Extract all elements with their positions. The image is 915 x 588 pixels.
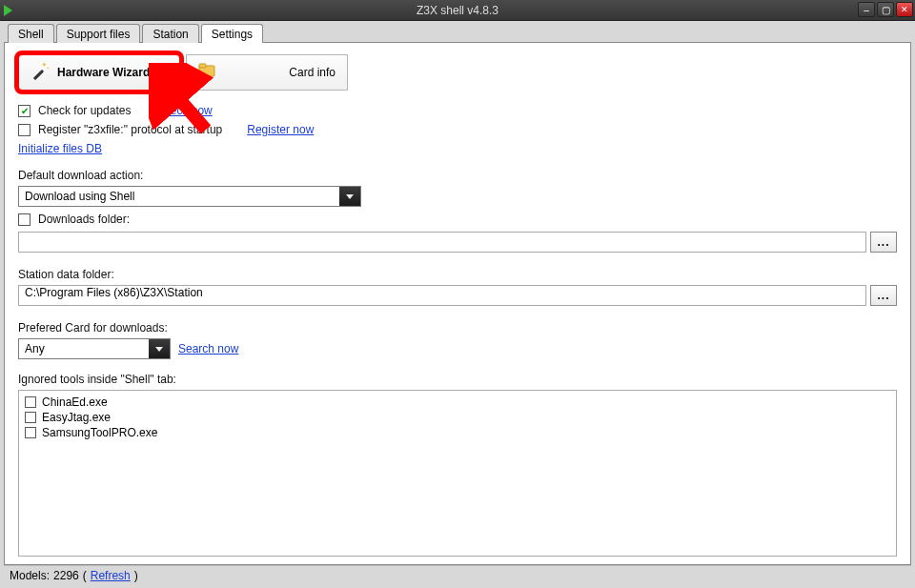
tab-settings[interactable]: Settings bbox=[201, 24, 263, 43]
status-close-paren: ) bbox=[134, 569, 138, 582]
settings-panel: Hardware Wizard Card info ✔ Check for up… bbox=[4, 42, 911, 565]
svg-marker-0 bbox=[42, 62, 47, 67]
check-updates-checkbox[interactable]: ✔ bbox=[18, 105, 30, 117]
station-folder-browse-button[interactable]: ... bbox=[870, 285, 897, 306]
check-updates-label: Check for updates bbox=[38, 104, 131, 117]
list-item[interactable]: SamsungToolPRO.exe bbox=[25, 425, 890, 440]
register-now-link[interactable]: Register now bbox=[247, 123, 314, 136]
tab-station[interactable]: Station bbox=[142, 24, 198, 43]
chevron-down-icon bbox=[149, 339, 170, 358]
card-info-button[interactable]: Card info bbox=[186, 54, 348, 91]
chevron-down-icon bbox=[339, 187, 360, 206]
default-download-label: Default download action: bbox=[18, 169, 897, 182]
list-item-checkbox[interactable] bbox=[25, 396, 36, 408]
check-now-link[interactable]: Check now bbox=[155, 104, 212, 117]
list-item-checkbox[interactable] bbox=[25, 412, 36, 423]
tab-support-files[interactable]: Support files bbox=[56, 24, 141, 43]
search-now-link[interactable]: Search now bbox=[178, 342, 238, 355]
list-item-label: EasyJtag.exe bbox=[42, 411, 111, 424]
station-folder-label: Station data folder: bbox=[18, 268, 897, 281]
list-item-checkbox[interactable] bbox=[25, 427, 36, 438]
initialize-db-link[interactable]: Initialize files DB bbox=[18, 142, 102, 155]
window-minimize-button[interactable] bbox=[858, 2, 875, 17]
app-play-icon bbox=[4, 5, 12, 16]
station-folder-input[interactable]: C:\Program Files (x86)\Z3X\Station bbox=[18, 285, 866, 306]
list-item[interactable]: EasyJtag.exe bbox=[25, 410, 890, 425]
downloads-folder-label: Downloads folder: bbox=[38, 213, 130, 226]
card-folder-icon bbox=[198, 62, 217, 84]
downloads-folder-browse-button[interactable]: ... bbox=[870, 232, 897, 253]
register-protocol-label: Register "z3xfile:" protocol at startup bbox=[38, 123, 222, 136]
svg-marker-1 bbox=[47, 67, 50, 70]
refresh-link[interactable]: Refresh bbox=[91, 569, 131, 582]
window-maximize-button[interactable] bbox=[877, 2, 894, 17]
hardware-wizard-button[interactable]: Hardware Wizard bbox=[18, 54, 180, 91]
list-item-label: SamsungToolPRO.exe bbox=[42, 426, 157, 439]
svg-rect-4 bbox=[199, 64, 206, 68]
list-item-label: ChinaEd.exe bbox=[42, 395, 108, 409]
ignored-tools-label: Ignored tools inside "Shell" tab: bbox=[18, 373, 897, 386]
window-close-button[interactable] bbox=[896, 2, 913, 17]
tab-shell[interactable]: Shell bbox=[8, 24, 54, 43]
main-tabstrip: Shell Support files Station Settings bbox=[4, 21, 911, 42]
magic-wand-icon bbox=[30, 61, 50, 85]
preferred-card-select[interactable]: Any bbox=[18, 338, 171, 359]
hardware-wizard-label: Hardware Wizard bbox=[57, 66, 150, 79]
status-models-count: 2296 bbox=[53, 569, 79, 582]
downloads-folder-checkbox[interactable] bbox=[18, 213, 30, 226]
svg-rect-2 bbox=[33, 69, 44, 79]
list-item[interactable]: ChinaEd.exe bbox=[25, 395, 890, 410]
status-open-paren: ( bbox=[83, 569, 87, 582]
status-models-prefix: Models: bbox=[10, 569, 50, 582]
preferred-card-label: Prefered Card for downloads: bbox=[18, 321, 897, 335]
default-download-select[interactable]: Download using Shell bbox=[18, 186, 361, 207]
card-info-label: Card info bbox=[289, 66, 336, 79]
window-title: Z3X shell v4.8.3 bbox=[417, 4, 498, 17]
downloads-folder-input[interactable] bbox=[18, 232, 866, 253]
register-protocol-checkbox[interactable] bbox=[18, 124, 30, 136]
ignored-tools-list[interactable]: ChinaEd.exe EasyJtag.exe SamsungToolPRO.… bbox=[18, 390, 897, 557]
preferred-card-value: Any bbox=[19, 342, 149, 355]
default-download-value: Download using Shell bbox=[19, 190, 339, 203]
window-titlebar: Z3X shell v4.8.3 bbox=[0, 0, 915, 21]
status-bar: Models: 2296 ( Refresh ) bbox=[4, 565, 911, 584]
